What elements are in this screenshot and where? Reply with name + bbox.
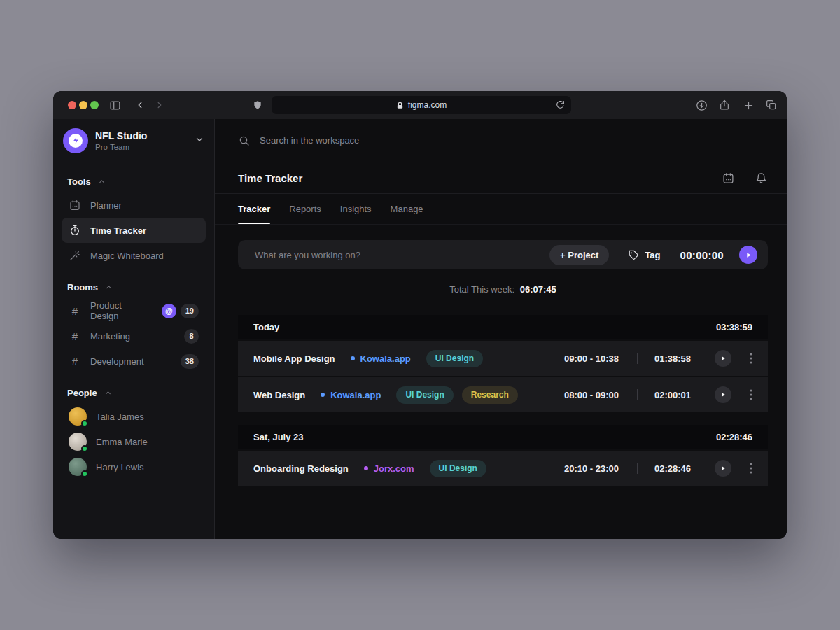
start-timer-button[interactable]	[739, 246, 757, 264]
project-name: Jorx.com	[374, 463, 414, 474]
section-rooms: Rooms # Product Design @ 19 # Marketing	[53, 268, 214, 374]
sidebar-item-talia-james[interactable]: Talia James	[62, 404, 206, 429]
reload-icon[interactable]	[556, 100, 565, 111]
week-total-label: Total This week:	[449, 284, 514, 295]
entry-menu-icon[interactable]	[750, 353, 752, 364]
sidebar-item-label: Development	[90, 356, 144, 367]
avatar	[69, 433, 87, 451]
section-people-label: People	[67, 388, 97, 398]
entry-menu-icon[interactable]	[750, 389, 752, 400]
calendar-icon[interactable]	[722, 172, 734, 184]
project-color-dot	[321, 393, 325, 397]
resume-entry-button[interactable]	[715, 350, 732, 367]
privacy-shield-icon[interactable]	[251, 98, 265, 112]
avatar	[69, 458, 87, 476]
week-total-value: 06:07:45	[520, 284, 556, 295]
project-color-dot	[364, 466, 368, 470]
project-name: Kowala.app	[330, 390, 381, 400]
browser-toolbar: figma.com	[53, 91, 787, 119]
tag-badge[interactable]: UI Design	[430, 460, 486, 477]
workspace-switcher[interactable]: NFL Studio Pro Team	[53, 119, 214, 162]
sidebar-item-emma-marie[interactable]: Emma Marie	[62, 429, 206, 454]
section-people-header[interactable]: People	[62, 379, 206, 404]
sidebar-item-product-design[interactable]: # Product Design @ 19	[62, 298, 206, 323]
new-tab-icon[interactable]	[741, 98, 755, 112]
downloads-icon[interactable]	[694, 98, 708, 112]
tab-overview-icon[interactable]	[764, 98, 778, 112]
tag-button-label: Tag	[645, 250, 660, 260]
sidebar: NFL Studio Pro Team Tools	[53, 119, 215, 539]
back-icon[interactable]	[133, 98, 147, 112]
group-total: 02:28:46	[716, 432, 752, 442]
sidebar-item-planner[interactable]: Planner	[62, 192, 206, 218]
calendar-icon	[69, 200, 81, 211]
tab-reports[interactable]: Reports	[289, 194, 321, 224]
entry-time-range: 09:00 - 10:38	[564, 354, 631, 364]
entry-group-sat-july-23: Sat, July 23 02:28:46 Onboarding Redesig…	[238, 425, 768, 486]
divider	[637, 463, 638, 474]
bell-icon[interactable]	[755, 172, 767, 184]
page-title: Time Tracker	[238, 172, 302, 184]
task-input[interactable]: What are you working on?	[255, 250, 550, 260]
sidebar-item-development[interactable]: # Development 38	[62, 349, 206, 374]
sidebar-item-label: Magic Whiteboard	[90, 251, 164, 261]
sidebar-item-marketing[interactable]: # Marketing 8	[62, 323, 206, 349]
url-text: figma.com	[408, 100, 447, 110]
workspace-search-input[interactable]: Search in the workspace	[215, 119, 787, 162]
entry-duration: 01:38:58	[654, 354, 698, 364]
group-title: Today	[253, 322, 279, 332]
forward-icon[interactable]	[153, 98, 167, 112]
resume-entry-button[interactable]	[715, 460, 732, 477]
unread-count-badge: 8	[184, 329, 199, 344]
tag-badge[interactable]: UI Design	[426, 350, 483, 368]
mention-badge: @	[162, 304, 176, 318]
search-placeholder: Search in the workspace	[260, 135, 359, 146]
section-tools-label: Tools	[67, 176, 91, 187]
online-status-dot	[81, 470, 88, 477]
chevron-up-icon	[105, 284, 113, 291]
entry-name: Mobile App Design	[253, 354, 335, 364]
entry-time-range: 20:10 - 23:00	[564, 463, 631, 474]
sidebar-item-label: Harry Lewis	[96, 462, 144, 472]
entry-menu-icon[interactable]	[750, 463, 752, 474]
magic-wand-icon	[69, 250, 81, 261]
sidebar-toggle-icon[interactable]	[108, 98, 122, 112]
main-panel: Search in the workspace Time Tracker Tra…	[215, 119, 787, 539]
tab-insights[interactable]: Insights	[340, 194, 372, 224]
group-total: 03:38:59	[716, 322, 752, 332]
entry-duration: 02:00:01	[654, 390, 698, 400]
sidebar-item-label: Emma Marie	[96, 437, 148, 447]
entry-project-link[interactable]: Jorx.com	[364, 463, 414, 474]
group-title: Sat, July 23	[253, 432, 304, 442]
workspace-name: NFL Studio	[95, 130, 195, 141]
browser-window: figma.com	[53, 91, 787, 539]
minimize-window-button[interactable]	[79, 101, 88, 109]
tag-badge[interactable]: UI Design	[396, 386, 453, 404]
address-bar[interactable]: figma.com	[272, 96, 571, 114]
sidebar-item-label: Product Design	[90, 300, 153, 321]
section-tools-header[interactable]: Tools	[62, 168, 206, 192]
sidebar-item-time-tracker[interactable]: Time Tracker	[62, 218, 206, 243]
workspace-logo	[63, 128, 88, 153]
tag-badge[interactable]: Research	[462, 386, 518, 404]
tab-tracker[interactable]: Tracker	[238, 194, 270, 224]
time-entry-row: Web Design Kowala.app UI Design Research…	[238, 377, 768, 412]
entry-duration: 02:28:46	[654, 463, 698, 474]
zoom-window-button[interactable]	[90, 101, 99, 109]
project-color-dot	[351, 356, 355, 360]
section-rooms-header[interactable]: Rooms	[62, 274, 206, 298]
sidebar-item-label: Marketing	[90, 331, 130, 342]
resume-entry-button[interactable]	[715, 386, 732, 403]
tab-manage[interactable]: Manage	[391, 194, 424, 224]
sidebar-item-harry-lewis[interactable]: Harry Lewis	[62, 454, 206, 479]
add-project-button[interactable]: + Project	[550, 245, 609, 265]
sidebar-item-label: Talia James	[96, 412, 144, 422]
add-tag-button[interactable]: Tag	[629, 250, 660, 260]
avatar	[69, 407, 87, 426]
sidebar-item-magic-whiteboard[interactable]: Magic Whiteboard	[62, 243, 206, 268]
entry-project-link[interactable]: Kowala.app	[321, 390, 381, 400]
share-icon[interactable]	[718, 98, 732, 112]
time-entry-row: Onboarding Redesign Jorx.com UI Design 2…	[238, 451, 768, 486]
entry-project-link[interactable]: Kowala.app	[351, 354, 411, 364]
close-window-button[interactable]	[68, 101, 76, 109]
